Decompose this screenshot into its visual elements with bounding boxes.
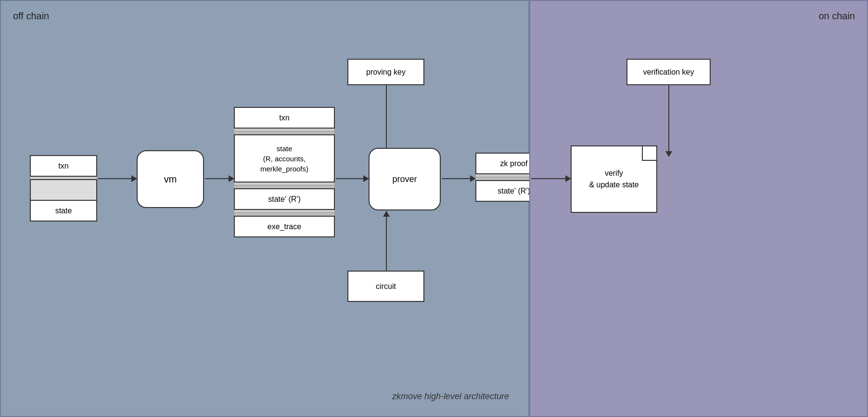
- exe-state-prime-row: state' (R'): [234, 188, 335, 210]
- input-txn-row: txn: [30, 155, 97, 177]
- arrow-vkey-to-verify: [668, 85, 669, 156]
- exe-txn-row: txn: [234, 107, 335, 129]
- input-state-spacer: [30, 179, 97, 201]
- verification-key-box: verification key: [626, 59, 711, 85]
- off-chain-label: off chain: [13, 11, 49, 22]
- arrow-key-to-prover: [386, 85, 387, 156]
- arrow-output-to-verify: [531, 178, 571, 179]
- verify-box: verify& update state: [571, 145, 657, 213]
- on-chain-label: on chain: [818, 11, 855, 22]
- arrow-vm-to-exe: [205, 178, 234, 179]
- arch-label: zkmove high-level architecture: [392, 391, 509, 402]
- exe-state-row: state (R, accounts, merkle_proofs): [234, 134, 335, 182]
- arrow-prover-to-output: [442, 178, 475, 179]
- circuit-box: circuit: [347, 271, 424, 302]
- input-state-row: state: [30, 200, 97, 222]
- arrow-circuit-to-prover: [386, 211, 387, 271]
- off-chain-region: off chain txn state vm txn state (R, acc…: [0, 0, 529, 417]
- exe-trace-row: exe_trace: [234, 216, 335, 237]
- prover-box: prover: [369, 148, 441, 210]
- proving-key-box: proving key: [347, 59, 424, 85]
- input-stack: txn state: [30, 155, 97, 221]
- arrow-exe-to-prover: [336, 178, 369, 179]
- on-chain-region: on chain verification key verify& update…: [529, 0, 868, 417]
- vm-box: vm: [137, 150, 204, 208]
- exe-stack: txn state (R, accounts, merkle_proofs) s…: [234, 107, 335, 236]
- arrow-input-to-vm: [98, 178, 137, 179]
